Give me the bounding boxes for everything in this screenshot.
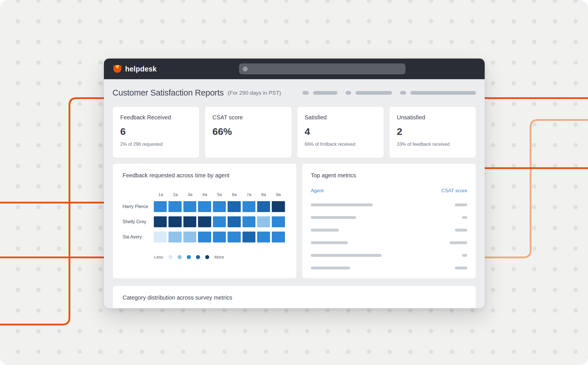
header-filter-skeletons <box>302 91 476 95</box>
stat-card-label: Unsatisfied <box>397 114 468 121</box>
agent-skeleton-row <box>311 203 467 206</box>
heatmap-column-label: 7a <box>242 192 255 197</box>
stat-card: Feedback Received62% of 296 requested <box>112 106 199 158</box>
heatmap-cell <box>257 232 270 242</box>
stat-card-value: 2 <box>397 126 468 137</box>
search-input[interactable] <box>239 63 405 74</box>
heatmap-cell <box>242 201 255 212</box>
heatmap-cell <box>154 201 167 212</box>
top-agent-metrics-panel: Top agent metrics Agent CSAT score <box>302 163 476 279</box>
heatmap-cell <box>242 216 255 227</box>
brand-name: helpdesk <box>125 65 157 73</box>
skeleton-pill <box>313 91 337 95</box>
heatmap-column-label: 6a <box>228 192 241 197</box>
stat-card: Unsatisfied233% of feedback received <box>389 106 476 158</box>
stat-card: Satisfied466% of frrdback received <box>297 106 384 158</box>
stats-row: Feedback Received62% of 296 requestedCSA… <box>104 106 485 158</box>
agent-table-skeleton-rows <box>311 203 467 269</box>
heatmap-cell <box>228 232 240 242</box>
filter-skeleton-group <box>302 91 337 95</box>
heatmap-row-label: Harry Pierce <box>123 204 154 209</box>
agent-name-skeleton-pill <box>311 229 339 232</box>
heatmap-cell <box>272 232 285 242</box>
agent-skeleton-row <box>311 241 467 244</box>
legend-dot-icon <box>196 255 200 259</box>
stat-card-value: 6 <box>120 126 192 137</box>
heatmap-row: Harry Pierce <box>123 201 287 212</box>
heatmap-cell <box>183 216 196 227</box>
skeleton-pill <box>400 91 406 95</box>
skeleton-pill <box>356 91 392 95</box>
heatmap-column-label: 2a <box>169 192 182 197</box>
agent-skeleton-row <box>311 267 467 269</box>
legend-dot-icon <box>205 255 209 259</box>
page-title: Customer Satisfaction Reports <box>112 88 224 98</box>
page-subtitle: (For 290 days in PST) <box>228 90 281 96</box>
heatmap-column-label: 5a <box>213 192 226 197</box>
heatmap-panel-title: Feedback requested across time by agent <box>123 172 287 179</box>
search-placeholder-dot-icon <box>243 67 248 71</box>
heatmap-cell <box>183 201 196 212</box>
heatmap-cell <box>242 232 255 242</box>
heatmap-cell <box>198 216 211 227</box>
heatmap-cell <box>198 232 211 242</box>
csat-score-column-header[interactable]: CSAT score <box>441 188 467 194</box>
heatmap-row-label: Sia Avery <box>123 234 154 240</box>
csat-score-skeleton-pill <box>462 216 467 219</box>
agent-name-skeleton-pill <box>311 254 382 257</box>
heatmap-cell <box>154 232 167 242</box>
stat-card-label: CSAT score <box>212 114 284 121</box>
agent-column-header[interactable]: Agent <box>311 188 323 194</box>
heatmap-cell <box>257 201 270 212</box>
filter-skeleton-group <box>346 91 392 95</box>
legend-dot-icon <box>187 255 191 259</box>
category-distribution-panel: Category distribution across survey metr… <box>112 286 476 308</box>
stat-card-note: 66% of frrdback received <box>305 142 376 147</box>
csat-score-skeleton-pill <box>455 203 467 206</box>
heatmap-cell <box>168 201 181 212</box>
stat-card: CSAT score66% <box>205 106 292 158</box>
legend-dot-icon <box>178 255 182 259</box>
stat-card-note: 33% of feedback received <box>397 142 468 147</box>
heatmap-cell <box>154 216 167 227</box>
agent-skeleton-row <box>311 229 467 232</box>
heatmap-cell <box>168 232 181 242</box>
panels-row: Feedback requested across time by agent … <box>104 163 485 279</box>
heatmap-grid: Harry PierceShelly GreySia Avery <box>123 201 287 242</box>
csat-score-skeleton-pill <box>462 254 467 257</box>
heatmap-cell <box>213 232 226 242</box>
legend-dot-icon <box>168 255 172 259</box>
app-window: helpdesk Customer Satisfaction Reports (… <box>104 59 485 308</box>
agent-table-header: Agent CSAT score <box>311 188 467 194</box>
heatmap-column-labels: 1a2a3a4a5a6a7a8a9a <box>154 192 287 197</box>
agent-name-skeleton-pill <box>311 267 350 269</box>
heatmap-cell <box>213 201 226 212</box>
heatmap-cell <box>272 201 285 212</box>
heatmap-column-label: 1a <box>154 192 167 197</box>
top-agent-metrics-title: Top agent metrics <box>311 172 467 179</box>
heatmap-cell <box>272 216 285 227</box>
skeleton-pill <box>302 91 309 95</box>
csat-score-skeleton-pill <box>455 229 467 232</box>
heatmap-cell <box>183 232 196 242</box>
stat-card-value: 66% <box>212 126 284 137</box>
heatmap-column-label: 3a <box>184 192 197 197</box>
heatmap-row: Shelly Grey <box>123 216 287 227</box>
skeleton-pill <box>346 91 351 95</box>
heatmap-column-label: 4a <box>198 192 211 197</box>
agent-name-skeleton-pill <box>311 216 356 219</box>
agent-skeleton-row <box>311 254 467 257</box>
heatmap-cell <box>168 216 181 227</box>
filter-skeleton-group <box>400 91 476 95</box>
heatmap-column-label: 8a <box>257 192 270 197</box>
category-distribution-title: Category distribution across survey metr… <box>123 294 466 301</box>
csat-score-skeleton-pill <box>450 241 467 244</box>
legend-dots <box>168 255 209 259</box>
stat-card-value: 4 <box>305 126 376 137</box>
marketing-canvas: helpdesk Customer Satisfaction Reports (… <box>0 0 588 365</box>
heatmap-cell <box>228 201 240 212</box>
app-topbar: helpdesk <box>104 59 485 79</box>
skeleton-pill <box>410 91 476 95</box>
heatmap-cell <box>198 201 211 212</box>
heatmap-panel: Feedback requested across time by agent … <box>112 163 297 279</box>
